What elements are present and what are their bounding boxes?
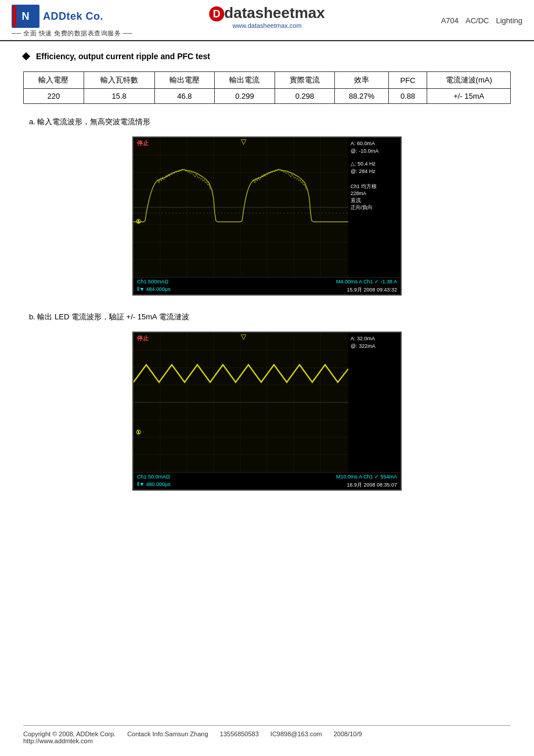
table-header-row: 輸入電壓 輸入瓦特數 輸出電壓 輸出電流 實際電流 效率 PFC 電流漣波(mA… bbox=[24, 72, 511, 89]
page-footer: Copyright © 2008, ADDtek Corp. Contack I… bbox=[23, 725, 511, 744]
col-actual-current: 實際電流 bbox=[275, 72, 335, 89]
scope2-screen: 停止 ▽ bbox=[134, 333, 348, 472]
scope1-time-status: M4.00ms A Ch1 ✓ -1.38 A bbox=[336, 279, 397, 285]
dsm-d-icon: D bbox=[209, 6, 224, 21]
cell-pfc: 0.88 bbox=[388, 89, 427, 104]
col-ripple: 電流漣波(mA) bbox=[427, 72, 511, 89]
subsection-b-label: b. 輸出 LED 電流波形，驗証 +/- 15mA 電流漣波 bbox=[29, 312, 511, 322]
page-header: N ADDtek Co. ── 全面 快速 免费的数据表查询服务 ── Ddat… bbox=[0, 0, 534, 41]
scope1-grid: ① bbox=[134, 138, 348, 277]
section-title-text: Efficiency, output current ripple and PF… bbox=[36, 52, 210, 61]
footer-line1: Copyright © 2008, ADDtek Corp. Contack I… bbox=[23, 730, 511, 737]
footer-contact: Contack Info:Samsun Zhang bbox=[127, 730, 208, 737]
datasheetmax-logo: Ddatasheetmax www.datasheetmax.com bbox=[209, 3, 324, 29]
svg-text:①: ① bbox=[136, 218, 141, 225]
cell-ripple: +/- 15mA bbox=[427, 89, 511, 104]
cell-input-watts: 15.8 bbox=[84, 89, 154, 104]
dsm-url: www.datasheetmax.com bbox=[209, 22, 324, 29]
type-acdc: AC/DC bbox=[466, 16, 489, 24]
subsection-a-label: a. 輸入電流波形，無高突波電流情形 bbox=[29, 117, 511, 127]
cell-efficiency: 88.27% bbox=[335, 89, 388, 104]
diamond-icon bbox=[22, 52, 30, 60]
scope1-statusbar: Ch1 500mAΩ M4.00ms A Ch1 ✓ -1.38 A bbox=[134, 277, 400, 286]
scope2-bottom-bar: Ⅱ▼ 480.000μs 16.9月 2008 08:35:07 bbox=[134, 481, 400, 489]
scope2-stopped: 停止 bbox=[137, 334, 149, 343]
header-model-info: A704 AC/DC Lighting bbox=[441, 16, 522, 24]
svg-text:①: ① bbox=[136, 429, 141, 435]
col-input-watts: 輸入瓦特數 bbox=[84, 72, 154, 89]
model-number: A704 bbox=[441, 16, 459, 24]
dsm-name: datasheetmax bbox=[224, 4, 324, 21]
col-pfc: PFC bbox=[388, 72, 427, 89]
cell-output-current: 0.299 bbox=[215, 89, 275, 104]
footer-url: http://www.addmtek.com bbox=[23, 737, 511, 744]
type-lighting: Lighting bbox=[496, 16, 522, 24]
scope2-info-panel: A: 32.0mA @: 322mA bbox=[348, 333, 400, 472]
scope1-stopped: 停止 bbox=[137, 139, 149, 147]
footer-date: 2008/10/9 bbox=[334, 730, 362, 737]
oscilloscope-2: 停止 ▽ bbox=[132, 332, 402, 491]
scope2-ch1-status: Ch1 50.0mAΩ bbox=[137, 474, 170, 480]
dsm-logo-text: Ddatasheetmax bbox=[209, 3, 324, 22]
scope2-timestamp: 16.9月 2008 08:35:07 bbox=[347, 481, 397, 489]
cell-input-voltage: 220 bbox=[24, 89, 84, 104]
subsection-a: a. 輸入電流波形，無高突波電流情形 停止 ▽ bbox=[23, 117, 511, 296]
brand-name: ADDtek Co. bbox=[43, 10, 103, 23]
scope1-container: 停止 ▽ bbox=[23, 136, 511, 296]
subsection-b: b. 輸出 LED 電流波形，驗証 +/- 15mA 電流漣波 停止 ▽ bbox=[23, 312, 511, 491]
addtek-logo-icon: N bbox=[12, 5, 39, 28]
col-output-current: 輸出電流 bbox=[215, 72, 275, 89]
scope1-screen: 停止 ▽ bbox=[134, 138, 348, 277]
cell-output-voltage: 46.8 bbox=[154, 89, 215, 104]
scope2-timemark: Ⅱ▼ 480.000μs bbox=[137, 481, 171, 489]
efficiency-table: 輸入電壓 輸入瓦特數 輸出電壓 輸出電流 實際電流 效率 PFC 電流漣波(mA… bbox=[23, 71, 511, 104]
scope1-ch1-status: Ch1 500mAΩ bbox=[137, 279, 168, 285]
col-efficiency: 效率 bbox=[335, 72, 388, 89]
svg-text:N: N bbox=[22, 10, 30, 22]
logo-tagline: ── 全面 快速 免费的数据表查询服务 ── bbox=[12, 29, 132, 38]
scope1-timestamp: 15.9月 2008 09:43:32 bbox=[347, 286, 397, 294]
scope2-statusbar: Ch1 50.0mAΩ M10.0ms A Ch1 ✓ 554mA bbox=[134, 472, 400, 481]
section-title: Efficiency, output current ripple and PF… bbox=[23, 52, 511, 61]
scope2-measure2: @: 322mA bbox=[351, 343, 398, 349]
svg-rect-2 bbox=[13, 6, 16, 27]
cell-actual-current: 0.298 bbox=[275, 89, 335, 104]
footer-phone: 13556850583 bbox=[220, 730, 259, 737]
oscilloscope-1: 停止 ▽ bbox=[132, 136, 402, 296]
scope1-trigger: ▽ bbox=[241, 138, 246, 146]
scope1-timemark: Ⅱ▼ 484.000μs bbox=[137, 286, 171, 294]
scope1-measure4: @: 284 Hz bbox=[351, 168, 398, 174]
scope1-ch1-info: Ch1 均方根228mA直流正向/負向 bbox=[351, 183, 398, 211]
col-output-voltage: 輸出電壓 bbox=[154, 72, 215, 89]
scope1-measure3: △: 50.4 Hz bbox=[351, 161, 398, 167]
main-content: Efficiency, output current ripple and PF… bbox=[0, 41, 534, 519]
scope1-bottom-bar: Ⅱ▼ 484.000μs 15.9月 2008 09:43:32 bbox=[134, 286, 400, 294]
footer-copyright: Copyright © 2008, ADDtek Corp. bbox=[23, 730, 116, 737]
scope1-measure2: @: -10.0mA bbox=[351, 148, 398, 154]
footer-email: IC9898@163.com bbox=[270, 730, 322, 737]
scope2-grid: ① bbox=[134, 333, 348, 472]
scope2-container: 停止 ▽ bbox=[23, 332, 511, 491]
scope1-info-panel: A: 60.0mA @: -10.0mA △: 50.4 Hz @: 284 H… bbox=[348, 138, 400, 277]
scope2-measure1: A: 32.0mA bbox=[351, 336, 398, 341]
scope2-trigger: ▽ bbox=[241, 333, 246, 341]
scope2-time-status: M10.0ms A Ch1 ✓ 554mA bbox=[336, 474, 397, 480]
col-input-voltage: 輸入電壓 bbox=[24, 72, 84, 89]
scope1-measure1: A: 60.0mA bbox=[351, 141, 398, 146]
table-row: 220 15.8 46.8 0.299 0.298 88.27% 0.88 +/… bbox=[24, 89, 511, 104]
